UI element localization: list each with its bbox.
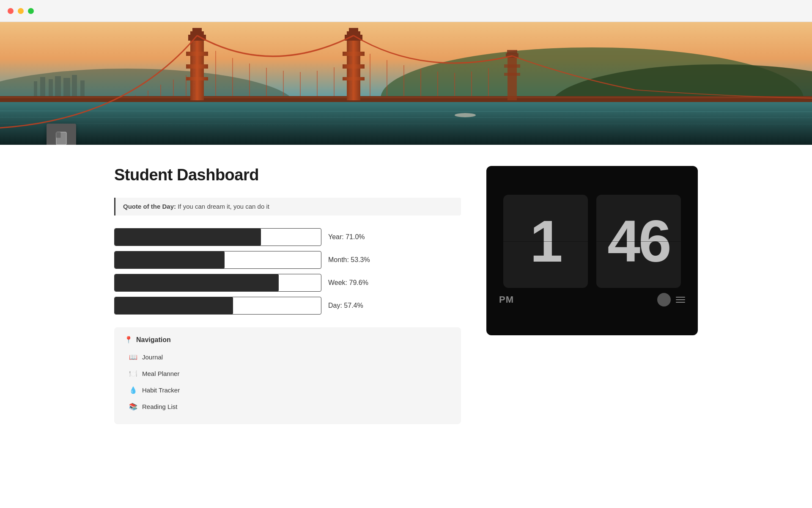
progress-row: Week: 79.6% (114, 274, 461, 292)
svg-rect-20 (186, 64, 208, 69)
svg-rect-32 (349, 28, 358, 32)
nav-item-icon: 🍽️ (129, 370, 138, 378)
progress-bar-fill (115, 297, 233, 314)
minimize-button[interactable] (18, 8, 24, 14)
window-chrome (0, 0, 812, 22)
nav-item[interactable]: 🍽️Meal Planner (124, 366, 451, 381)
svg-rect-29 (343, 77, 365, 80)
nav-header-text: Navigation (136, 336, 171, 344)
main-content: Student Dashboard Quote of the Day: If y… (0, 22, 812, 458)
close-button[interactable] (8, 8, 14, 14)
nav-header: 📍 Navigation (124, 336, 451, 344)
quote-text: If you can dream it, you can do it (178, 203, 269, 210)
nav-items-container: 📖Journal🍽️Meal Planner💧Habit Tracker📚Rea… (124, 350, 451, 414)
clock-minute-card: 46 (596, 195, 681, 288)
pin-icon: 📍 (124, 336, 133, 344)
clock-widget: 1 46 PM (486, 166, 698, 335)
menu-line-2 (676, 299, 685, 300)
svg-rect-24 (192, 28, 202, 32)
progress-row: Day: 57.4% (114, 297, 461, 315)
progress-label: Week: 79.6% (328, 279, 368, 287)
nav-item[interactable]: 💧Habit Tracker (124, 383, 451, 398)
svg-rect-33 (508, 56, 517, 100)
progress-bar-container (114, 297, 321, 315)
svg-rect-25 (347, 39, 360, 100)
svg-rect-11 (0, 100, 812, 145)
page-icon (47, 124, 76, 145)
clock-menu-button[interactable] (676, 297, 685, 303)
nav-item[interactable]: 📖Journal (124, 350, 451, 364)
page-title: Student Dashboard (114, 166, 461, 184)
quote-block: Quote of the Day: If you can dream it, y… (114, 198, 461, 215)
clock-controls (657, 293, 685, 306)
svg-rect-21 (186, 77, 208, 80)
clock-circle-button[interactable] (657, 293, 671, 306)
progress-bar-fill (115, 251, 225, 268)
maximize-button[interactable] (28, 8, 34, 14)
clock-hour: 1 (530, 212, 561, 271)
svg-rect-26 (349, 39, 352, 100)
svg-rect-18 (193, 39, 195, 100)
progress-label: Day: 57.4% (328, 302, 363, 309)
hero-banner (0, 22, 812, 145)
content-wrapper: Student Dashboard Quote of the Day: If y… (68, 145, 744, 458)
nav-item-text: Habit Tracker (142, 387, 180, 394)
nav-item-text: Reading List (142, 403, 177, 410)
nav-item-icon: 📖 (129, 353, 138, 361)
menu-line-1 (676, 297, 685, 298)
progress-label: Month: 53.3% (328, 256, 370, 264)
nav-item-text: Meal Planner (142, 370, 179, 377)
progress-bar-fill (115, 229, 261, 246)
svg-point-59 (455, 113, 476, 117)
navigation-section: 📍 Navigation 📖Journal🍽️Meal Planner💧Habi… (114, 327, 461, 424)
progress-bar-container (114, 274, 321, 292)
svg-rect-28 (343, 64, 365, 69)
clock-period: PM (499, 294, 514, 305)
nav-item-icon: 💧 (129, 386, 138, 394)
progress-bar-fill (115, 274, 279, 291)
svg-rect-61 (56, 132, 61, 138)
svg-rect-19 (186, 52, 208, 56)
progress-row: Year: 71.0% (114, 228, 461, 246)
progress-bar-container (114, 228, 321, 246)
svg-rect-37 (507, 50, 517, 54)
nav-item[interactable]: 📚Reading List (124, 399, 451, 414)
clock-hour-card: 1 (503, 195, 588, 288)
nav-item-icon: 📚 (129, 403, 138, 411)
clock-display: 1 46 (503, 195, 681, 288)
menu-line-3 (676, 302, 685, 303)
clock-minute: 46 (607, 212, 670, 271)
progress-bar-container (114, 251, 321, 269)
svg-rect-17 (190, 39, 204, 100)
right-column: 1 46 PM (486, 166, 698, 424)
svg-rect-27 (343, 52, 365, 56)
left-column: Student Dashboard Quote of the Day: If y… (114, 166, 461, 424)
svg-rect-35 (504, 73, 520, 76)
progress-label: Year: 71.0% (328, 233, 365, 241)
nav-item-text: Journal (142, 353, 163, 361)
quote-prefix: Quote of the Day: (123, 203, 178, 210)
progress-row: Month: 53.3% (114, 251, 461, 269)
clock-bottom: PM (495, 288, 689, 306)
quote-label: Quote of the Day: If you can dream it, y… (123, 203, 269, 210)
svg-rect-34 (504, 64, 520, 68)
progress-section: Year: 71.0%Month: 53.3%Week: 79.6%Day: 5… (114, 228, 461, 315)
